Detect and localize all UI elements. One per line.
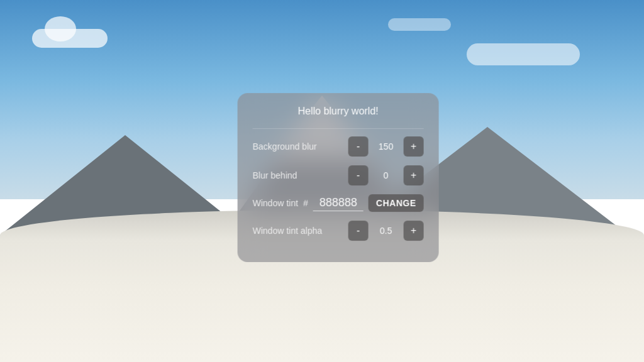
blurry-world-dialog: Hello blurry world! Background blur - 15… — [238, 93, 439, 262]
background-blur-minus[interactable]: - — [348, 136, 369, 156]
blur-behind-value: 0 — [374, 170, 399, 180]
cloud-2 — [467, 43, 580, 65]
window-tint-label: Window tint — [253, 198, 299, 208]
background-blur-row: Background blur - 150 + — [253, 136, 424, 156]
window-tint-alpha-row: Window tint alpha - 0.5 + — [253, 221, 424, 241]
background-blur-label: Background blur — [253, 141, 343, 151]
cloud-1 — [32, 29, 108, 48]
window-tint-row: Window tint # CHANGE — [253, 194, 424, 212]
background-blur-value: 150 — [374, 141, 399, 151]
window-tint-input[interactable] — [313, 195, 364, 211]
cloud-3 — [388, 18, 451, 31]
window-tint-alpha-plus[interactable]: + — [404, 221, 424, 241]
blur-behind-minus[interactable]: - — [348, 165, 369, 185]
blur-behind-label: Blur behind — [253, 170, 343, 180]
divider-top — [253, 128, 424, 129]
background-blur-plus[interactable]: + — [404, 136, 424, 156]
tint-hash-symbol: # — [303, 198, 308, 208]
window-tint-alpha-label: Window tint alpha — [253, 226, 343, 236]
blur-behind-row: Blur behind - 0 + — [253, 165, 424, 185]
dialog-title: Hello blurry world! — [253, 106, 424, 117]
change-button[interactable]: CHANGE — [369, 194, 424, 212]
blur-behind-plus[interactable]: + — [404, 165, 424, 185]
window-tint-alpha-value: 0.5 — [374, 226, 399, 236]
window-tint-alpha-minus[interactable]: - — [348, 221, 369, 241]
